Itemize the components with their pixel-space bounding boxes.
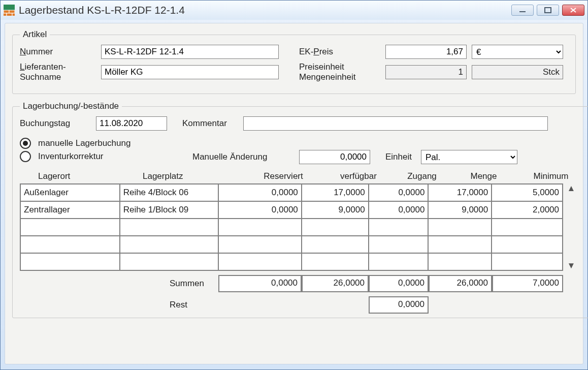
cell-menge[interactable] (428, 219, 492, 236)
artikel-legend: Artikel (20, 29, 50, 40)
einheit-select[interactable]: Pal. (421, 150, 517, 164)
cell-ort[interactable]: Zentrallager (20, 201, 120, 219)
preiseinheit-label: Preiseinheit (299, 62, 344, 72)
cell-menge[interactable] (428, 236, 492, 253)
buchungstag-label: Buchungstag (20, 118, 70, 128)
hdr-lagerort: Lagerort (25, 171, 138, 181)
cell-min[interactable] (492, 236, 563, 253)
titlebar: Lagerbestand KS-L-R-12DF 12-1.4 (1, 1, 587, 20)
cell-menge[interactable] (428, 253, 492, 270)
cell-ort[interactable]: Außenlager (20, 184, 120, 201)
table-scrollbar[interactable]: ▲ ▼ (565, 183, 577, 271)
cell-res[interactable]: 0,0000 (218, 201, 302, 219)
sum-reserviert: 0,0000 (218, 275, 302, 292)
brick-wall-icon (4, 5, 15, 16)
cell-menge[interactable]: 9,0000 (428, 201, 492, 219)
lieferant-label: Lieferanten-Suchname (20, 62, 66, 82)
scroll-down-icon[interactable]: ▼ (567, 261, 576, 271)
client-area: Artikel Nummer EK-Preis € Lieferanten- (5, 23, 583, 364)
radio-inventurkorrektur[interactable] (20, 151, 31, 162)
currency-select[interactable]: € (472, 45, 563, 59)
nummer-input[interactable] (101, 45, 279, 59)
window-buttons (511, 5, 584, 16)
kommentar-input[interactable] (243, 116, 548, 131)
cell-zu[interactable]: 0,0000 (369, 184, 429, 201)
cell-verf[interactable]: 17,0000 (302, 184, 369, 201)
lager-group: Lagerbuchung/-bestände Buchungstag Komme… (12, 101, 588, 318)
rest-value: 0,0000 (369, 296, 429, 314)
cell-zu[interactable] (369, 253, 429, 270)
sum-menge: 26,0000 (429, 275, 492, 292)
lager-legend: Lagerbuchung/-bestände (20, 101, 122, 111)
cell-res[interactable] (218, 236, 302, 253)
einheit-label: Einheit (385, 152, 421, 162)
table-row[interactable] (20, 253, 563, 270)
cell-ort[interactable] (20, 253, 120, 270)
artikel-group: Artikel Nummer EK-Preis € Lieferanten- (12, 29, 576, 94)
svg-rect-2 (9, 10, 15, 13)
radio-manuelle-lagerbuchung[interactable] (20, 138, 31, 149)
manuelle-aenderung-label: Manuelle Änderung (192, 152, 299, 162)
lieferant-input[interactable] (101, 65, 279, 79)
cell-verf[interactable]: 9,0000 (302, 201, 369, 219)
radio-manuelle-label: manuelle Lagerbuchung (38, 138, 130, 148)
table-row[interactable] (20, 236, 563, 253)
svg-rect-4 (7, 13, 12, 16)
buchungstag-input[interactable] (96, 116, 167, 131)
svg-rect-3 (4, 13, 7, 16)
svg-rect-0 (4, 5, 15, 10)
cell-zu[interactable]: 0,0000 (369, 201, 429, 219)
cell-res[interactable]: 0,0000 (218, 184, 302, 201)
svg-rect-5 (12, 13, 15, 16)
hdr-menge: Menge (452, 171, 515, 181)
cell-min[interactable] (492, 219, 563, 236)
maximize-button[interactable] (537, 5, 559, 16)
window-title: Lagerbestand KS-L-R-12DF 12-1.4 (19, 4, 511, 16)
radio-inventur-label: Inventurkorrektur (38, 151, 104, 162)
cell-verf[interactable] (302, 219, 369, 236)
cell-platz[interactable]: Reihe 4/Block 06 (120, 184, 219, 201)
cell-verf[interactable] (302, 236, 369, 253)
svg-rect-1 (4, 10, 9, 13)
sum-zugang: 0,0000 (369, 275, 429, 292)
cell-ort[interactable] (20, 219, 120, 236)
cell-min[interactable] (492, 253, 563, 270)
kommentar-label: Kommentar (182, 118, 227, 128)
hdr-zugang: Zugang (392, 171, 452, 181)
cell-min[interactable]: 2,0000 (492, 201, 563, 219)
ekpreis-input[interactable] (385, 45, 467, 59)
table-row[interactable]: AußenlagerReihe 4/Block 060,000017,00000… (20, 184, 563, 201)
cell-ort[interactable] (20, 236, 120, 253)
minimize-button[interactable] (511, 5, 534, 16)
hdr-verfuegbar: verfügbar (325, 171, 392, 181)
cell-platz[interactable] (120, 253, 219, 270)
close-button[interactable] (562, 5, 584, 16)
ekpreis-label: EK-Preis (299, 47, 333, 56)
cell-platz[interactable]: Reihe 1/Block 09 (120, 201, 219, 219)
rest-label: Rest (170, 300, 187, 310)
window: Lagerbestand KS-L-R-12DF 12-1.4 Artikel … (0, 0, 588, 370)
cell-verf[interactable] (302, 253, 369, 270)
cell-min[interactable]: 5,0000 (492, 184, 563, 201)
svg-rect-7 (545, 8, 551, 13)
table-row[interactable]: ZentrallagerReihe 1/Block 090,00009,0000… (20, 201, 563, 219)
cell-menge[interactable]: 17,0000 (428, 184, 492, 201)
preiseinheit-value: 1 (385, 65, 467, 79)
lager-table[interactable]: AußenlagerReihe 4/Block 060,000017,00000… (20, 183, 563, 271)
cell-platz[interactable] (120, 219, 219, 236)
cell-res[interactable] (218, 219, 302, 236)
mengeneinheit-value: Stck (472, 65, 563, 79)
cell-platz[interactable] (120, 236, 219, 253)
cell-zu[interactable] (369, 236, 429, 253)
table-row[interactable] (20, 219, 563, 236)
hdr-minimum: Minimum (515, 171, 586, 181)
cell-zu[interactable] (369, 219, 429, 236)
manuelle-aenderung-input[interactable] (299, 150, 370, 164)
summen-cells: 0,0000 26,0000 0,0000 26,0000 7,0000 (218, 275, 563, 292)
table-headers: Lagerort Lagerplatz Reserviert verfügbar… (25, 171, 586, 181)
summen-label: Summen (170, 279, 204, 288)
cell-res[interactable] (218, 253, 302, 270)
scroll-up-icon[interactable]: ▲ (567, 183, 576, 194)
mengeneinheit-label: Mengeneinheit (299, 72, 356, 82)
nummer-label: Nummer (20, 47, 53, 56)
